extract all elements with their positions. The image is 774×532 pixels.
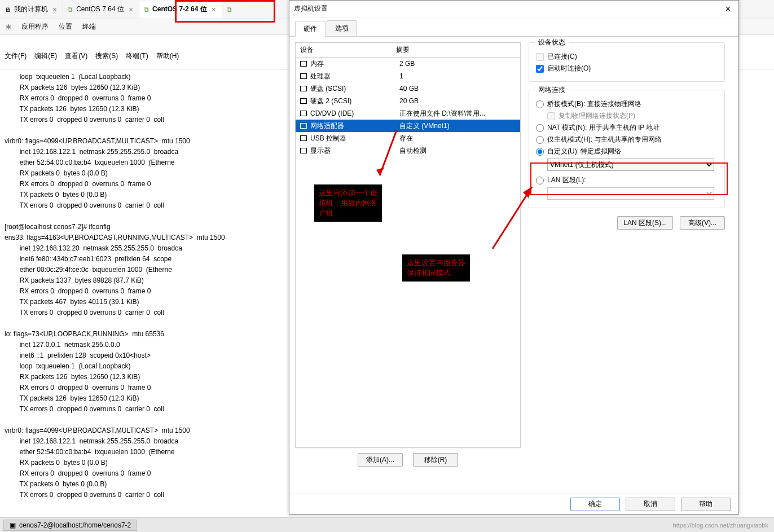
lan-segment-select xyxy=(547,187,714,200)
device-row[interactable]: 硬盘 2 (SCSI)20 GB xyxy=(296,95,520,107)
annotation-1: 这里再添加一个虚 拟机，用做内网客 户机 xyxy=(314,184,382,222)
device-name: USB 控制器 xyxy=(310,134,399,143)
network-extra-buttons: LAN 区段(S)... 高级(V)... xyxy=(529,216,725,230)
vm-icon: ⧉ xyxy=(144,6,149,14)
mem-icon xyxy=(299,60,308,68)
menu-help[interactable]: 帮助(H) xyxy=(156,51,179,61)
device-list-pane: 设备 摘要 内存2 GB处理器1硬盘 (SCSI)40 GB硬盘 2 (SCSI… xyxy=(295,42,521,448)
device-summary: 正在使用文件 D:\资料\常用... xyxy=(399,109,517,118)
radio-hostonly[interactable]: 仅主机模式(H): 与主机共享的专用网络 xyxy=(536,135,718,144)
device-summary: 自动检测 xyxy=(399,146,517,156)
cpu-icon xyxy=(299,72,308,80)
cancel-button[interactable]: 取消 xyxy=(626,498,675,511)
radio-custom[interactable]: 自定义(U): 特定虚拟网络 xyxy=(536,147,718,156)
dialog-tabs: 硬件 选项 xyxy=(289,20,738,37)
menu-search[interactable]: 搜索(S) xyxy=(95,51,118,61)
device-name: CD/DVD (IDE) xyxy=(310,109,399,117)
ok-button[interactable]: 确定 xyxy=(570,498,620,511)
close-icon[interactable]: × xyxy=(210,5,217,14)
hdd-icon xyxy=(299,97,308,105)
taskbar-item-label: cenos7-2@localhost:/home/cenos7-2 xyxy=(19,521,131,529)
checkbox-replicate: 复制物理网络连接状态(P) xyxy=(547,111,718,121)
col-summary: 摘要 xyxy=(392,43,520,57)
device-summary: 20 GB xyxy=(399,97,517,105)
activities-icon: ✱ xyxy=(6,23,11,31)
help-button[interactable]: 帮助 xyxy=(681,498,731,511)
disp-icon xyxy=(299,147,308,155)
cd-icon xyxy=(299,109,308,117)
device-row[interactable]: 网络适配器自定义 (VMnet1) xyxy=(296,120,520,132)
menu-terminal[interactable]: 终端 xyxy=(82,22,96,32)
menu-places[interactable]: 位置 xyxy=(59,22,72,32)
device-list[interactable]: 内存2 GB处理器1硬盘 (SCSI)40 GB硬盘 2 (SCSI)20 GB… xyxy=(296,58,520,447)
tab-label: CentOS 7 64 位 xyxy=(76,5,124,14)
device-name: 内存 xyxy=(310,59,399,69)
device-list-header: 设备 摘要 xyxy=(296,43,520,58)
menu-terminal[interactable]: 终端(T) xyxy=(126,51,148,61)
device-summary: 1 xyxy=(399,72,517,80)
checkbox-connect-at-power[interactable]: 启动时连接(O) xyxy=(536,64,718,73)
device-summary: 存在 xyxy=(399,134,517,143)
net-icon xyxy=(299,122,308,130)
tab-hardware[interactable]: 硬件 xyxy=(295,21,326,37)
checkbox-connected[interactable]: 已连接(C) xyxy=(536,52,718,61)
computer-icon xyxy=(5,6,11,14)
device-buttons: 添加(A)... 移除(R) xyxy=(295,448,521,471)
tab-my-computer[interactable]: 我的计算机 × xyxy=(0,1,63,19)
advanced-button[interactable]: 高级(V)... xyxy=(680,216,725,230)
device-summary: 自定义 (VMnet1) xyxy=(399,121,517,131)
terminal-text: loop txqueuelen 1 (Local Loopback) RX pa… xyxy=(5,73,225,499)
device-detail-pane: 设备状态 已连接(C) 启动时连接(O) 网络连接 桥接模式(B): 直接连接物… xyxy=(521,42,733,471)
terminal-icon: ▣ xyxy=(10,521,16,529)
device-row[interactable]: USB 控制器存在 xyxy=(296,132,520,144)
device-row[interactable]: CD/DVD (IDE)正在使用文件 D:\资料\常用... xyxy=(296,107,520,120)
radio-bridged[interactable]: 桥接模式(B): 直接连接物理网络 xyxy=(536,99,718,109)
device-name: 处理器 xyxy=(310,72,399,81)
tab-centos7[interactable]: ⧉ CentOS 7 64 位 × xyxy=(63,1,139,19)
close-icon[interactable]: × xyxy=(722,4,734,14)
device-name: 显示器 xyxy=(310,146,399,156)
annotation-2: 这里设置与服务器 保持相同模式 xyxy=(402,254,470,282)
custom-vmnet-select[interactable]: VMnet1 (仅主机模式) xyxy=(547,159,714,171)
network-connection-group: 网络连接 桥接模式(B): 直接连接物理网络 复制物理网络连接状态(P) NAT… xyxy=(529,90,725,208)
vm-icon: ⧉ xyxy=(227,6,232,14)
close-icon[interactable]: × xyxy=(51,5,58,14)
tab-options[interactable]: 选项 xyxy=(327,20,357,36)
device-row[interactable]: 硬盘 (SCSI)40 GB xyxy=(296,82,520,95)
close-icon[interactable]: × xyxy=(127,5,134,14)
group-title: 设备状态 xyxy=(535,38,569,47)
watermark: https://blog.csdn.net/zhuangxiaobk xyxy=(673,522,768,529)
device-row[interactable]: 处理器1 xyxy=(296,70,520,82)
gnome-taskbar: ▣ cenos7-2@localhost:/home/cenos7-2 xyxy=(0,517,774,532)
remove-device-button[interactable]: 移除(R) xyxy=(413,453,458,467)
device-name: 硬盘 2 (SCSI) xyxy=(310,96,399,106)
device-row[interactable]: 显示器自动检测 xyxy=(296,144,520,157)
usb-icon xyxy=(299,134,308,142)
dialog-footer: 确定 取消 帮助 xyxy=(289,494,738,514)
device-summary: 2 GB xyxy=(399,60,517,68)
menu-view[interactable]: 查看(V) xyxy=(65,51,87,61)
lan-segments-button[interactable]: LAN 区段(S)... xyxy=(617,216,673,230)
device-name: 硬盘 (SCSI) xyxy=(310,84,399,94)
col-device: 设备 xyxy=(296,43,392,57)
device-state-group: 设备状态 已连接(C) 启动时连接(O) xyxy=(529,42,725,82)
radio-nat[interactable]: NAT 模式(N): 用于共享主机的 IP 地址 xyxy=(536,123,718,133)
device-row[interactable]: 内存2 GB xyxy=(296,58,520,70)
tab-label: 我的计算机 xyxy=(14,5,48,14)
vm-settings-dialog: 虚拟机设置 × 硬件 选项 设备 摘要 内存2 GB处理器1硬盘 (SCSI)4… xyxy=(289,0,739,515)
tab-extra[interactable]: ⧉ xyxy=(222,1,236,19)
hdd-icon xyxy=(299,85,308,93)
group-title: 网络连接 xyxy=(535,85,569,95)
menu-edit[interactable]: 编辑(E) xyxy=(34,51,57,61)
dialog-title: 虚拟机设置 xyxy=(294,4,328,14)
device-name: 网络适配器 xyxy=(310,121,399,131)
vm-icon: ⧉ xyxy=(68,6,73,14)
radio-lan-segment[interactable]: LAN 区段(L): xyxy=(536,175,718,185)
tab-centos7-2[interactable]: ⧉ CentOS 7-2 64 位 × xyxy=(139,1,222,19)
taskbar-item-terminal[interactable]: ▣ cenos7-2@localhost:/home/cenos7-2 xyxy=(3,520,137,531)
add-device-button[interactable]: 添加(A)... xyxy=(358,453,403,467)
menu-file[interactable]: 文件(F) xyxy=(5,51,27,61)
dialog-titlebar: 虚拟机设置 × xyxy=(289,1,738,17)
menu-applications[interactable]: 应用程序 xyxy=(21,22,49,32)
device-summary: 40 GB xyxy=(399,85,517,93)
